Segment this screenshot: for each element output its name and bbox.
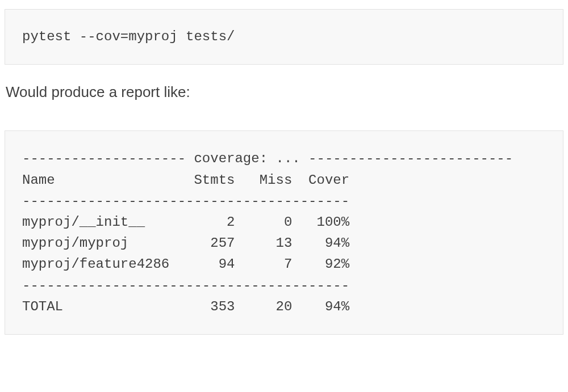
command-code-block: pytest --cov=myproj tests/ xyxy=(5,9,563,65)
report-columns: Name Stmts Miss Cover xyxy=(22,172,349,188)
report-row-0: myproj/__init__ 2 0 100% xyxy=(22,214,349,230)
coverage-report-block: -------------------- coverage: ... -----… xyxy=(5,130,563,335)
report-rule-bottom: ---------------------------------------- xyxy=(22,278,349,293)
report-header-rule-right: ------------------------- xyxy=(308,151,513,166)
report-row-1: myproj/myproj 257 13 94% xyxy=(22,235,349,251)
report-row-2: myproj/feature4286 94 7 92% xyxy=(22,256,349,272)
command-text: pytest --cov=myproj tests/ xyxy=(22,29,235,44)
report-rule-top: ---------------------------------------- xyxy=(22,193,349,209)
description-text: Would produce a report like: xyxy=(5,82,563,102)
report-header-rule-left: -------------------- xyxy=(22,151,194,166)
report-total-row: TOTAL 353 20 94% xyxy=(22,299,349,314)
report-header-title: coverage: ... xyxy=(194,151,308,166)
document-container: pytest --cov=myproj tests/ Would produce… xyxy=(0,0,568,339)
